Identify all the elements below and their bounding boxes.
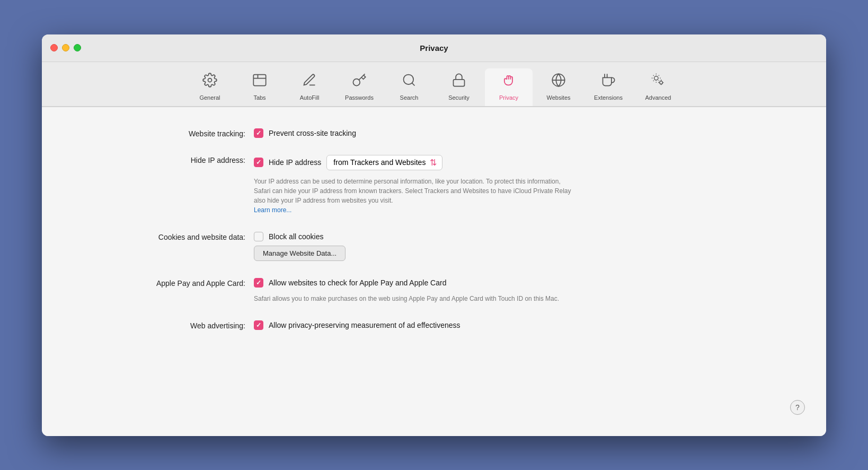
tab-tabs-label: Tabs [253,94,265,101]
autofill-icon [302,73,317,91]
tab-search[interactable]: Search [385,68,433,106]
web-advertising-checkbox[interactable] [254,320,263,330]
tab-autofill[interactable]: AutoFill [286,68,333,106]
website-tracking-row: Website tracking: Prevent cross-site tra… [74,128,794,138]
svg-point-11 [654,76,658,80]
hide-ip-control: Hide IP address from Trackers and Websit… [254,155,572,215]
apple-pay-checkbox-label: Allow websites to check for Apple Pay an… [269,278,446,287]
tab-websites[interactable]: Websites [535,68,582,106]
tab-security-label: Security [448,94,470,101]
close-button[interactable] [50,44,58,51]
content-area: Website tracking: Prevent cross-site tra… [42,107,826,436]
svg-rect-6 [454,79,465,86]
tab-extensions-label: Extensions [594,94,623,101]
svg-point-12 [660,81,663,84]
hide-ip-checkbox-dropdown-row: Hide IP address from Trackers and Websit… [254,155,572,170]
advanced-icon [651,73,666,91]
hide-ip-checkbox[interactable] [254,158,263,167]
web-advertising-control: Allow privacy-preserving measurement of … [254,320,460,330]
web-advertising-label: Web advertising: [74,320,254,330]
apple-pay-checkbox-row: Allow websites to check for Apple Pay an… [254,278,559,288]
privacy-icon [501,73,516,91]
general-icon [202,73,217,91]
tab-privacy[interactable]: Privacy [485,68,533,106]
svg-point-0 [208,78,212,82]
apple-pay-description: Safari allows you to make purchases on t… [254,294,559,303]
hide-ip-dropdown-value: from Trackers and Websites [333,158,426,167]
tab-tabs[interactable]: Tabs [236,68,284,106]
svg-point-4 [404,74,414,84]
tab-advanced[interactable]: Advanced [634,68,682,106]
tab-privacy-label: Privacy [499,94,518,101]
website-tracking-checkbox-label: Prevent cross-site tracking [269,129,356,137]
tab-passwords-label: Passwords [345,94,374,101]
titlebar: Privacy [42,34,826,62]
hide-ip-description: Your IP address can be used to determine… [254,177,572,215]
traffic-lights [50,44,81,51]
apple-pay-label: Apple Pay and Apple Card: [74,278,254,288]
tab-security[interactable]: Security [435,68,483,106]
tab-general[interactable]: General [186,68,234,106]
website-tracking-label: Website tracking: [74,128,254,138]
manage-website-data-button[interactable]: Manage Website Data... [254,246,346,261]
window-title: Privacy [420,43,448,53]
hide-ip-checkbox-label: Hide IP address [269,158,321,167]
web-advertising-row: Web advertising: Allow privacy-preservin… [74,320,794,330]
apple-pay-control: Allow websites to check for Apple Pay an… [254,278,559,303]
tab-search-label: Search [400,94,419,101]
website-tracking-checkbox-row: Prevent cross-site tracking [254,128,356,138]
tabs-icon [252,73,267,91]
web-advertising-checkbox-label: Allow privacy-preserving measurement of … [269,321,460,329]
websites-icon [551,73,566,91]
website-tracking-checkbox[interactable] [254,128,263,138]
hide-ip-label: Hide IP address: [74,155,254,164]
block-cookies-label: Block all cookies [269,232,324,241]
tab-general-label: General [199,94,220,101]
passwords-icon [352,73,367,91]
tab-extensions[interactable]: Extensions [584,68,632,106]
manage-website-data-row: Manage Website Data... [254,246,346,261]
cookies-row: Cookies and website data: Block all cook… [74,232,794,261]
security-icon [451,73,466,91]
tab-websites-label: Websites [546,94,570,101]
svg-rect-1 [253,74,265,85]
hide-ip-checkbox-row: Hide IP address [254,158,321,167]
tab-advanced-label: Advanced [645,94,671,101]
tab-autofill-label: AutoFill [300,94,320,101]
toolbar: General Tabs AutoFill [42,62,826,107]
learn-more-link[interactable]: Learn more... [254,206,291,214]
search-icon [402,73,417,91]
chevron-updown-icon: ⇅ [430,158,437,168]
hide-ip-row: Hide IP address: Hide IP address from Tr… [74,155,794,215]
cookies-control: Block all cookies Manage Website Data... [254,232,346,261]
svg-line-5 [412,83,414,85]
extensions-icon [601,73,616,91]
web-advertising-checkbox-row: Allow privacy-preserving measurement of … [254,320,460,330]
apple-pay-row: Apple Pay and Apple Card: Allow websites… [74,278,794,303]
block-cookies-checkbox[interactable] [254,232,263,241]
hide-ip-dropdown[interactable]: from Trackers and Websites ⇅ [326,155,442,170]
website-tracking-control: Prevent cross-site tracking [254,128,356,138]
help-button[interactable]: ? [790,400,805,415]
apple-pay-checkbox[interactable] [254,278,263,288]
maximize-button[interactable] [74,44,81,51]
main-window: Privacy General Tabs [42,34,826,436]
cookies-label: Cookies and website data: [74,232,254,241]
minimize-button[interactable] [62,44,69,51]
tab-passwords[interactable]: Passwords [335,68,383,106]
cookies-checkbox-row: Block all cookies [254,232,346,241]
